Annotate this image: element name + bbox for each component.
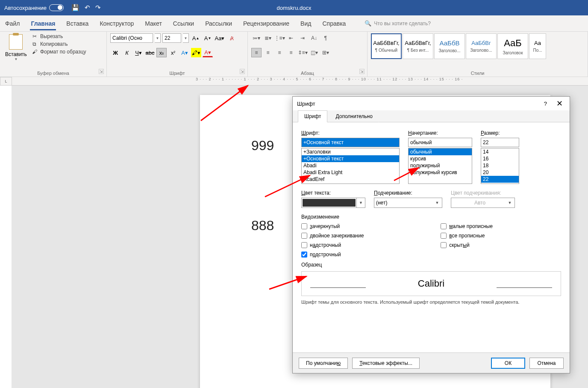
change-case-icon[interactable]: Aa▾ (215, 33, 225, 43)
decrease-indent-icon[interactable]: ⇤ (286, 33, 296, 43)
list-item[interactable]: 16 (481, 155, 519, 162)
tab-mailings[interactable]: Рассылки (204, 17, 233, 30)
font-size-input[interactable] (162, 33, 181, 43)
size-listbox[interactable]: 14 16 18 20 22 (481, 148, 519, 184)
superscript-icon[interactable]: x² (168, 48, 178, 57)
clipboard-launcher-icon[interactable]: ⇲ (99, 69, 104, 74)
font-color-icon[interactable]: A▾ (203, 48, 213, 57)
list-item[interactable]: Abadi (302, 162, 399, 169)
list-item[interactable]: 18 (481, 162, 519, 169)
strike-icon[interactable]: abc (145, 48, 155, 57)
line-spacing-icon[interactable]: ⇕≡▾ (297, 48, 308, 57)
paragraph-launcher-icon[interactable]: ⇲ (359, 69, 365, 74)
list-item[interactable]: полужирный курсив (409, 169, 472, 176)
font-name-dropdown-icon[interactable]: ▼ (155, 33, 161, 43)
underline-select[interactable]: (нет)▼ (374, 198, 442, 208)
tab-layout[interactable]: Макет (144, 17, 163, 30)
tab-file[interactable]: Файл (4, 17, 21, 30)
font-listbox[interactable]: +Заголовки +Основной текст Abadi Abadi E… (301, 148, 400, 184)
style-heading2[interactable]: АаБбВгЗаголово... (466, 33, 497, 59)
borders-icon[interactable]: ⊞▾ (320, 48, 331, 57)
dialog-tab-advanced[interactable]: Дополнительно (329, 110, 379, 122)
format-painter-button[interactable]: 🖌Формат по образцу (31, 49, 86, 55)
style-heading1[interactable]: АаБбВЗаголово... (434, 33, 465, 59)
styles-gallery[interactable]: АаБбВвГг,¶ Обычный АаБбВвГг,¶ Без инт...… (371, 33, 546, 59)
bold-icon[interactable]: Ж (110, 48, 121, 57)
increase-indent-icon[interactable]: ⇥ (297, 33, 308, 43)
style-title[interactable]: АаБЗаголовок (497, 33, 528, 59)
tell-me-search[interactable]: Что вы хотите сделать? (365, 20, 431, 27)
default-button[interactable]: По умолчанию (299, 358, 348, 369)
redo-icon[interactable]: ↷ (95, 4, 101, 12)
ok-button[interactable]: ОК (491, 358, 525, 369)
sort-icon[interactable]: A↓ (309, 33, 319, 43)
cut-button[interactable]: ✂Вырезать (31, 33, 86, 39)
tab-help[interactable]: Справка (321, 17, 347, 30)
font-name-input[interactable] (110, 33, 153, 43)
save-icon[interactable]: 💾 (71, 4, 79, 12)
dialog-help-icon[interactable]: ? (544, 101, 547, 107)
tab-home[interactable]: Главная (30, 17, 56, 30)
text-effects-icon[interactable]: A▾ (179, 48, 190, 57)
list-item[interactable]: обычный (409, 148, 472, 155)
align-center-icon[interactable]: ≡ (263, 48, 273, 57)
eff-strike[interactable]: зачеркнутый (301, 223, 364, 229)
justify-icon[interactable]: ≡ (286, 48, 296, 57)
eff-dstrike[interactable]: двойное зачеркивание (301, 233, 364, 239)
eff-hidden[interactable]: скрытый (441, 242, 493, 248)
copy-button[interactable]: ⧉Копировать (31, 41, 86, 47)
tab-view[interactable]: Вид (300, 17, 312, 30)
italic-icon[interactable]: К (122, 48, 132, 57)
clear-format-icon[interactable]: A̷ (226, 33, 237, 43)
list-item[interactable]: Abadi Extra Light (302, 169, 399, 176)
underline-icon[interactable]: Ч▾ (133, 48, 144, 57)
horizontal-ruler[interactable]: 3 · · · 2 · · · 1 · · · · · · 1 · · · 2 … (12, 77, 588, 86)
size-input[interactable] (481, 138, 519, 147)
align-left-icon[interactable]: ≡ (251, 48, 262, 57)
dialog-titlebar[interactable]: Шрифт ? ✕ (293, 97, 570, 110)
numbering-icon[interactable]: ≣▾ (263, 33, 273, 43)
autosave-toggle[interactable]: Автосохранение (4, 4, 64, 11)
font-input[interactable] (301, 138, 400, 147)
style-input[interactable] (408, 138, 472, 147)
undo-icon[interactable]: ↶ (85, 4, 90, 12)
show-marks-icon[interactable]: ¶ (320, 33, 331, 43)
list-item[interactable]: 22 (481, 176, 519, 183)
list-item[interactable]: 14 (481, 148, 519, 155)
tab-design[interactable]: Конструктор (99, 17, 135, 30)
text-effects-button[interactable]: Текстовые эффекты... (352, 358, 420, 369)
font-color-select[interactable]: ▼ (301, 198, 365, 208)
multilevel-icon[interactable]: ⋮≡▾ (274, 33, 285, 43)
style-nospacing[interactable]: АаБбВвГг,¶ Без инт... (403, 33, 433, 59)
style-normal[interactable]: АаБбВвГг,¶ Обычный (371, 33, 402, 59)
ruler-corner[interactable]: L (0, 77, 12, 86)
eff-super[interactable]: надстрочный (301, 242, 364, 248)
shrink-font-icon[interactable]: A▼ (203, 33, 213, 43)
subscript-icon[interactable]: x₂ (156, 48, 167, 57)
highlight-icon[interactable]: 🖍▾ (191, 48, 201, 57)
paste-button[interactable]: Вставить ▼ (3, 33, 29, 62)
style-listbox[interactable]: обычный курсив полужирный полужирный кур… (408, 148, 472, 184)
styles-more[interactable]: АаПо... (529, 33, 546, 59)
list-item[interactable]: AcadEref (302, 176, 399, 183)
grow-font-icon[interactable]: A▲ (191, 33, 201, 43)
cancel-button[interactable]: Отмена (529, 358, 564, 369)
eff-smallcaps[interactable]: малые прописные (441, 223, 493, 229)
tab-references[interactable]: Ссылки (172, 17, 195, 30)
tab-insert[interactable]: Вставка (65, 17, 89, 30)
list-item[interactable]: +Основной текст (302, 155, 399, 162)
list-item[interactable]: 20 (481, 169, 519, 176)
eff-sub[interactable]: подстрочный (301, 252, 364, 258)
list-item[interactable]: курсив (409, 155, 472, 162)
tab-review[interactable]: Рецензирование (242, 17, 290, 30)
shading-icon[interactable]: ◫▾ (309, 48, 319, 57)
close-icon[interactable]: ✕ (554, 99, 565, 108)
vertical-ruler[interactable] (0, 86, 12, 388)
font-size-dropdown-icon[interactable]: ▼ (183, 33, 189, 43)
eff-allcaps[interactable]: все прописные (441, 233, 493, 239)
font-launcher-icon[interactable]: ⇲ (240, 69, 245, 74)
dialog-tab-font[interactable]: Шрифт (298, 110, 327, 122)
toggle-icon[interactable] (49, 4, 64, 11)
align-right-icon[interactable]: ≡ (274, 48, 285, 57)
bullets-icon[interactable]: ≔▾ (251, 33, 262, 43)
